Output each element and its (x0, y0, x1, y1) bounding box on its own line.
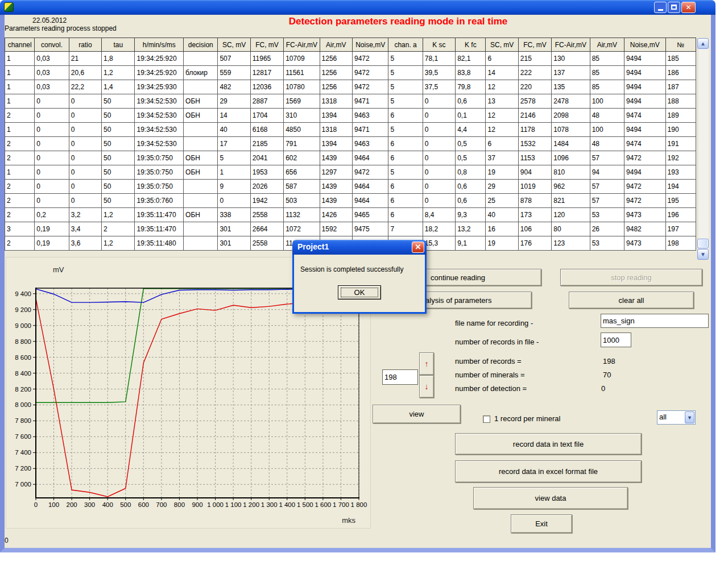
svg-text:9 000: 9 000 (15, 322, 31, 329)
table-row[interactable]: 2005019:35:0:7509202658714399464600,6291… (5, 180, 696, 194)
table-cell: 3,6 (69, 236, 101, 251)
table-cell: 9471 (352, 123, 388, 137)
table-cell: 5 (388, 165, 423, 180)
spin-down-button[interactable]: ↓ (419, 375, 434, 398)
table-cell: 12 (486, 123, 518, 137)
scroll-up-button[interactable]: ▲ (697, 38, 709, 49)
table-row[interactable]: 1005019:34:52:530ОБН29288715691318947150… (5, 94, 696, 109)
table-row[interactable]: 10,03211,819:34:25:920507119651070912569… (5, 52, 696, 66)
table-cell: 173 (518, 208, 551, 222)
table-cell: 195 (665, 194, 696, 208)
table-cell: 5 (388, 123, 423, 137)
clear-all-button[interactable]: clear all (569, 292, 694, 309)
table-cell: 9463 (352, 109, 388, 123)
table-cell: 12036 (250, 80, 283, 94)
table-cell: 19:34:52:530 (135, 123, 184, 137)
table-cell: 19:35:0:750 (135, 165, 184, 180)
svg-text:mV: mV (53, 265, 64, 274)
table-cell: 0,6 (456, 94, 486, 109)
minimize-button[interactable] (654, 2, 667, 13)
table-cell: 19:34:25:920 (135, 66, 184, 80)
table-cell: 19:34:52:530 (135, 137, 184, 151)
view-button[interactable]: view (373, 405, 461, 423)
table-cell: 222 (518, 66, 551, 80)
table-cell (184, 194, 218, 208)
record-excel-file-button[interactable]: record data in excel format file (455, 460, 642, 483)
table-row[interactable]: 1005019:35:0:750ОБН1195365612979472500,8… (5, 165, 696, 180)
table-cell: 0,19 (35, 222, 69, 236)
maximize-button[interactable] (668, 2, 680, 13)
table-cell: 13 (486, 94, 518, 109)
table-row[interactable]: 10,0320,61,219:34:25:920блокир5591281711… (5, 66, 696, 80)
table-cell: 37 (486, 151, 518, 165)
scroll-down-button[interactable]: ▼ (697, 249, 709, 260)
table-row[interactable]: 1005019:34:52:530406168485013189471504,4… (5, 123, 696, 137)
table-cell: 191 (665, 137, 696, 151)
table-cell: 1 (5, 66, 35, 80)
table-cell: 48 (590, 109, 624, 123)
table-cell: 878 (518, 194, 551, 208)
table-cell: 100 (590, 94, 624, 109)
table-cell: 9464 (352, 151, 388, 165)
table-cell: 198 (665, 236, 696, 251)
file-name-input[interactable] (601, 314, 709, 328)
table-cell: 19:35:11:480 (135, 236, 184, 251)
view-data-button[interactable]: view data (473, 487, 628, 509)
table-cell: 29 (218, 94, 250, 109)
date-label: 22.05.2012 (32, 16, 67, 24)
table-row[interactable]: 2005019:35:0:7600194250314399464600,6258… (5, 194, 696, 208)
table-cell: 78,1 (423, 52, 455, 66)
table-cell: 0 (35, 109, 69, 123)
page-title: Detection parameters reading mode in rea… (188, 16, 609, 27)
table-cell: 9472 (624, 151, 665, 165)
table-row[interactable]: 2005019:35:0:750ОБН5204160214399464600,5… (5, 151, 696, 165)
dialog-close-button[interactable]: ✕ (412, 242, 424, 253)
scrollbar-thumb[interactable] (697, 239, 709, 248)
exit-button[interactable]: Exit (511, 514, 572, 533)
svg-text:7 000: 7 000 (15, 481, 31, 488)
title-bar: ✕ (0, 0, 715, 15)
table-cell: 3,2 (69, 208, 101, 222)
ok-button[interactable]: OK (338, 285, 381, 300)
stop-reading-button[interactable]: stop reading (560, 269, 702, 286)
table-row[interactable]: 30,193,4219:35:11:4703012664107215929475… (5, 222, 696, 236)
table-cell: 50 (102, 94, 135, 109)
spin-up-button[interactable]: ↑ (419, 352, 434, 375)
table-cell: 1394 (320, 109, 352, 123)
svg-text:500: 500 (120, 501, 131, 508)
table-cell: 19 (486, 236, 518, 251)
table-cell: 1439 (320, 151, 352, 165)
table-cell: 176 (518, 236, 551, 251)
close-icon: ✕ (685, 3, 691, 11)
table-cell: 10780 (284, 80, 320, 94)
table-cell: 1256 (320, 52, 352, 66)
close-button[interactable]: ✕ (681, 2, 696, 13)
table-cell: 1,2 (102, 236, 135, 251)
table-cell: 0 (35, 165, 69, 180)
table-row[interactable]: 2005019:34:52:53017218579113949463600,56… (5, 137, 696, 151)
table-cell: 9472 (352, 52, 388, 66)
table-cell: 137 (552, 66, 590, 80)
table-cell: 6 (388, 194, 423, 208)
filter-dropdown-value: all (659, 413, 667, 421)
table-cell: 301 (218, 222, 250, 236)
record-number-input[interactable] (382, 369, 418, 385)
records-in-file-input[interactable] (601, 332, 631, 347)
table-cell: 50 (102, 123, 135, 137)
svg-text:400: 400 (102, 501, 113, 508)
record-text-file-button[interactable]: record data in text file (455, 433, 642, 455)
table-cell: 0 (69, 194, 101, 208)
table-cell: 48 (590, 137, 624, 151)
table-row[interactable]: 20,23,21,219:35:11:470ОБН338255811321426… (5, 208, 696, 222)
table-cell: 2146 (518, 109, 551, 123)
table-cell: 1394 (320, 137, 352, 151)
one-record-checkbox[interactable] (483, 415, 490, 423)
table-cell: 83,8 (456, 66, 486, 80)
table-cell: 4,4 (456, 123, 486, 137)
svg-text:8 000: 8 000 (15, 401, 31, 408)
table-scrollbar[interactable] (697, 38, 709, 260)
table-row[interactable]: 10,0322,21,419:34:25:9304821203610780125… (5, 80, 696, 94)
table-cell: 215 (518, 52, 551, 66)
table-row[interactable]: 2005019:34:52:530ОБН14170431013949463600… (5, 109, 696, 123)
filter-dropdown[interactable]: all ▼ (657, 410, 696, 425)
